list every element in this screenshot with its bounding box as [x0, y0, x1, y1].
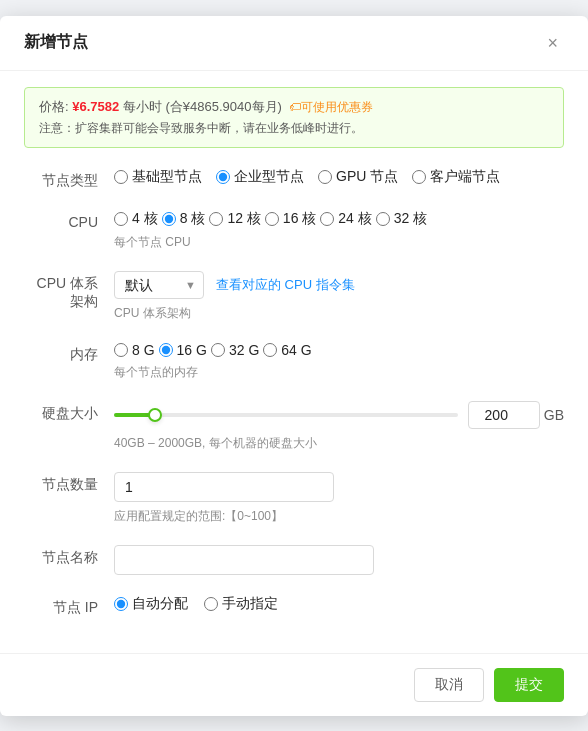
cpu-arch-hint: CPU 体系架构: [114, 305, 564, 322]
price-label: 价格:: [39, 99, 69, 114]
cpu-16-label: 16 核: [283, 210, 316, 228]
cpu-row: CPU 4 核 8 核 12 核: [24, 210, 564, 251]
price-value: ¥6.7582: [72, 99, 119, 114]
cpu-arch-content: 默认 ▼ 查看对应的 CPU 指令集 CPU 体系架构: [114, 271, 564, 322]
node-count-hint: 应用配置规定的范围:【0~100】: [114, 508, 564, 525]
node-type-row: 节点类型 基础型节点 企业型节点 GPU 节点: [24, 168, 564, 190]
cpu-8[interactable]: 8 核: [162, 210, 206, 228]
cpu-instruction-link[interactable]: 查看对应的 CPU 指令集: [216, 276, 355, 294]
node-type-enterprise-label: 企业型节点: [234, 168, 304, 186]
memory-8-radio[interactable]: [114, 343, 128, 357]
node-name-input[interactable]: [114, 545, 374, 575]
memory-16[interactable]: 16 G: [159, 342, 207, 358]
cpu-arch-select[interactable]: 默认: [114, 271, 204, 299]
node-count-input[interactable]: [114, 472, 334, 502]
node-type-client-radio[interactable]: [412, 170, 426, 184]
cancel-button[interactable]: 取消: [414, 668, 484, 702]
dialog-header: 新增节点 ×: [0, 16, 588, 71]
disk-unit: GB: [544, 407, 564, 423]
node-ip-auto[interactable]: 自动分配: [114, 595, 188, 613]
cpu-radio-group: 4 核 8 核 12 核 16 核: [114, 210, 564, 228]
node-ip-row: 节点 IP 自动分配 手动指定: [24, 595, 564, 617]
dialog-title: 新增节点: [24, 32, 88, 53]
node-ip-manual[interactable]: 手动指定: [204, 595, 278, 613]
close-button[interactable]: ×: [541, 32, 564, 54]
cpu-16-radio[interactable]: [265, 212, 279, 226]
disk-slider-track: [114, 413, 458, 417]
cpu-32-radio[interactable]: [376, 212, 390, 226]
node-name-label: 节点名称: [24, 545, 114, 567]
node-type-radio-group: 基础型节点 企业型节点 GPU 节点 客户端节点: [114, 168, 564, 186]
memory-row: 内存 8 G 16 G 32 G: [24, 342, 564, 381]
node-type-basic-radio[interactable]: [114, 170, 128, 184]
node-ip-content: 自动分配 手动指定: [114, 595, 564, 613]
memory-64[interactable]: 64 G: [263, 342, 311, 358]
disk-value-input[interactable]: [468, 401, 540, 429]
node-type-basic[interactable]: 基础型节点: [114, 168, 202, 186]
disk-hint: 40GB – 2000GB, 每个机器的硬盘大小: [114, 435, 564, 452]
cpu-24-radio[interactable]: [320, 212, 334, 226]
node-count-row: 节点数量 应用配置规定的范围:【0~100】: [24, 472, 564, 525]
node-type-gpu-radio[interactable]: [318, 170, 332, 184]
node-name-row: 节点名称: [24, 545, 564, 575]
node-type-enterprise-radio[interactable]: [216, 170, 230, 184]
memory-32-radio[interactable]: [211, 343, 225, 357]
node-ip-label: 节点 IP: [24, 595, 114, 617]
cpu-16[interactable]: 16 核: [265, 210, 316, 228]
cpu-12-radio[interactable]: [209, 212, 223, 226]
cpu-4-radio[interactable]: [114, 212, 128, 226]
node-type-basic-label: 基础型节点: [132, 168, 202, 186]
disk-content: GB 40GB – 2000GB, 每个机器的硬盘大小: [114, 401, 564, 452]
memory-hint: 每个节点的内存: [114, 364, 564, 381]
memory-16-radio[interactable]: [159, 343, 173, 357]
cpu-label: CPU: [24, 210, 114, 230]
cpu-32[interactable]: 32 核: [376, 210, 427, 228]
cpu-4[interactable]: 4 核: [114, 210, 158, 228]
disk-input-box: GB: [468, 401, 564, 429]
node-type-gpu[interactable]: GPU 节点: [318, 168, 398, 186]
cpu-8-radio[interactable]: [162, 212, 176, 226]
node-ip-manual-label: 手动指定: [222, 595, 278, 613]
info-note: 注意：扩容集群可能会导致服务中断，请在业务低峰时进行。: [39, 120, 549, 137]
price-row: 价格: ¥6.7582 每小时 (合¥4865.9040每月) 🏷可使用优惠券: [39, 98, 549, 116]
cpu-arch-select-wrapper: 默认 ▼: [114, 271, 204, 299]
cpu-32-label: 32 核: [394, 210, 427, 228]
coupon-link[interactable]: 🏷可使用优惠券: [289, 100, 373, 114]
node-ip-auto-radio[interactable]: [114, 597, 128, 611]
memory-radio-group: 8 G 16 G 32 G 64 G: [114, 342, 564, 358]
submit-button[interactable]: 提交: [494, 668, 564, 702]
memory-label: 内存: [24, 342, 114, 364]
cpu-8-label: 8 核: [180, 210, 206, 228]
cpu-12[interactable]: 12 核: [209, 210, 260, 228]
disk-slider-row: GB: [114, 401, 564, 429]
disk-label: 硬盘大小: [24, 401, 114, 423]
memory-16-label: 16 G: [177, 342, 207, 358]
cpu-12-label: 12 核: [227, 210, 260, 228]
node-ip-manual-radio[interactable]: [204, 597, 218, 611]
node-ip-radio-group: 自动分配 手动指定: [114, 595, 564, 613]
memory-8[interactable]: 8 G: [114, 342, 155, 358]
disk-row: 硬盘大小 GB 40GB – 2000GB, 每个机器的硬盘大小: [24, 401, 564, 452]
memory-64-radio[interactable]: [263, 343, 277, 357]
price-monthly: (合¥4865.9040每月): [166, 99, 282, 114]
info-box: 价格: ¥6.7582 每小时 (合¥4865.9040每月) 🏷可使用优惠券 …: [24, 87, 564, 148]
memory-32-label: 32 G: [229, 342, 259, 358]
cpu-arch-controls: 默认 ▼ 查看对应的 CPU 指令集: [114, 271, 564, 299]
node-type-client[interactable]: 客户端节点: [412, 168, 500, 186]
node-ip-auto-label: 自动分配: [132, 595, 188, 613]
price-per: 每小时: [123, 99, 162, 114]
dialog-footer: 取消 提交: [0, 653, 588, 716]
cpu-24[interactable]: 24 核: [320, 210, 371, 228]
node-type-gpu-label: GPU 节点: [336, 168, 398, 186]
node-type-content: 基础型节点 企业型节点 GPU 节点 客户端节点: [114, 168, 564, 186]
cpu-arch-label: CPU 体系架构: [24, 271, 114, 311]
node-type-client-label: 客户端节点: [430, 168, 500, 186]
node-count-content: 应用配置规定的范围:【0~100】: [114, 472, 564, 525]
add-node-dialog: 新增节点 × 价格: ¥6.7582 每小时 (合¥4865.9040每月) 🏷…: [0, 16, 588, 716]
cpu-content: 4 核 8 核 12 核 16 核: [114, 210, 564, 251]
memory-8-label: 8 G: [132, 342, 155, 358]
node-type-label: 节点类型: [24, 168, 114, 190]
disk-slider-thumb[interactable]: [148, 408, 162, 422]
memory-32[interactable]: 32 G: [211, 342, 259, 358]
node-type-enterprise[interactable]: 企业型节点: [216, 168, 304, 186]
